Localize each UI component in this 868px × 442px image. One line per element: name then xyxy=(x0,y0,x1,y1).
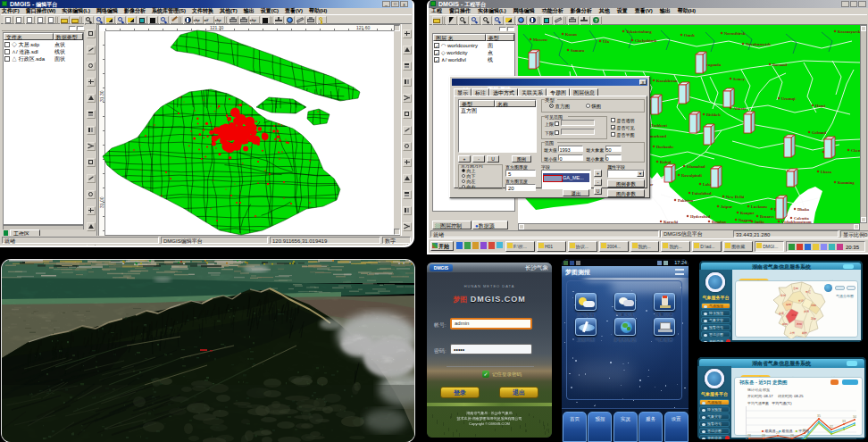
svg-text:Hami: Hami xyxy=(815,104,826,108)
svg-text:株洲: 株洲 xyxy=(803,310,809,313)
svg-text:Benares: Benares xyxy=(760,214,774,219)
svg-text:Faisalabad: Faisalabad xyxy=(692,191,712,196)
svg-text:New Delhi: New Delhi xyxy=(726,195,745,199)
svg-text:Jaipur: Jaipur xyxy=(721,204,732,209)
svg-text:岳阳: 岳阳 xyxy=(793,287,798,290)
svg-text:Kabul: Kabul xyxy=(660,160,672,164)
svg-text:Kazan: Kazan xyxy=(565,32,577,37)
svg-text:Novokuznetsk: Novokuznetsk xyxy=(746,42,771,46)
svg-text:Chelyabinsk: Chelyabinsk xyxy=(635,38,657,43)
svg-text:Kanpur: Kanpur xyxy=(740,211,755,215)
svg-text:平江: 平江 xyxy=(805,290,811,294)
svg-text:Yekaterinburg: Yekaterinburg xyxy=(626,29,652,34)
svg-text:Omsk: Omsk xyxy=(684,33,695,38)
svg-text:35: 35 xyxy=(817,414,821,418)
svg-text:Tashkent: Tashkent xyxy=(651,123,667,128)
svg-text:Pakistan: Pakistan xyxy=(678,198,694,203)
svg-text:Urumqi: Urumqi xyxy=(781,96,796,101)
svg-text:Krasnoyarsk: Krasnoyarsk xyxy=(838,29,860,34)
svg-text:Hyderabad: Hyderabad xyxy=(690,214,711,219)
svg-text:Samara: Samara xyxy=(571,48,585,53)
svg-text:Novosibirsk: Novosibirsk xyxy=(724,31,746,36)
svg-text:28: 28 xyxy=(790,434,794,438)
svg-text:邵阳: 邵阳 xyxy=(782,322,788,326)
svg-text:Kunming: Kunming xyxy=(838,180,855,185)
svg-text:32: 32 xyxy=(830,425,833,429)
svg-text:Dushanbe: Dushanbe xyxy=(656,145,674,149)
svg-text:Lucknow: Lucknow xyxy=(751,204,768,209)
svg-text:衡阳: 衡阳 xyxy=(797,322,802,326)
svg-text:Ufa: Ufa xyxy=(603,39,610,44)
svg-text:Bishkek: Bishkek xyxy=(706,113,721,117)
svg-text:茶陵: 茶陵 xyxy=(811,317,816,321)
svg-text:28: 28 xyxy=(747,434,751,438)
svg-text:Chengtu: Chengtu xyxy=(851,148,860,153)
svg-text:34: 34 xyxy=(853,415,856,419)
svg-text:Nagpur: Nagpur xyxy=(739,218,752,222)
svg-text:Dhaka: Dhaka xyxy=(797,207,810,212)
svg-text:Semey: Semey xyxy=(733,77,745,81)
svg-text:Moscow: Moscow xyxy=(533,38,548,42)
svg-text:Lhasa: Lhasa xyxy=(821,170,832,174)
svg-text:Barnaul: Barnaul xyxy=(772,63,788,67)
svg-text:郴州: 郴州 xyxy=(802,331,807,335)
svg-text:益阳: 益阳 xyxy=(786,303,791,306)
svg-text:28: 28 xyxy=(762,434,765,438)
svg-text:Islamabad: Islamabad xyxy=(687,164,705,169)
svg-text:娄底: 娄底 xyxy=(779,312,784,315)
svg-text:永州: 永州 xyxy=(789,331,795,335)
svg-text:Kazakhstan: Kazakhstan xyxy=(656,79,678,83)
svg-text:常德: 常德 xyxy=(780,294,786,297)
svg-text:浏阳: 浏阳 xyxy=(811,304,816,307)
svg-text:长沙: 长沙 xyxy=(798,299,804,303)
svg-text:Golmud: Golmud xyxy=(812,130,827,135)
svg-text:Almaty: Almaty xyxy=(733,106,747,111)
svg-text:湘潭: 湘潭 xyxy=(791,313,797,317)
svg-text:Rawalpindi: Rawalpindi xyxy=(681,173,702,178)
svg-text:33: 33 xyxy=(842,420,846,423)
